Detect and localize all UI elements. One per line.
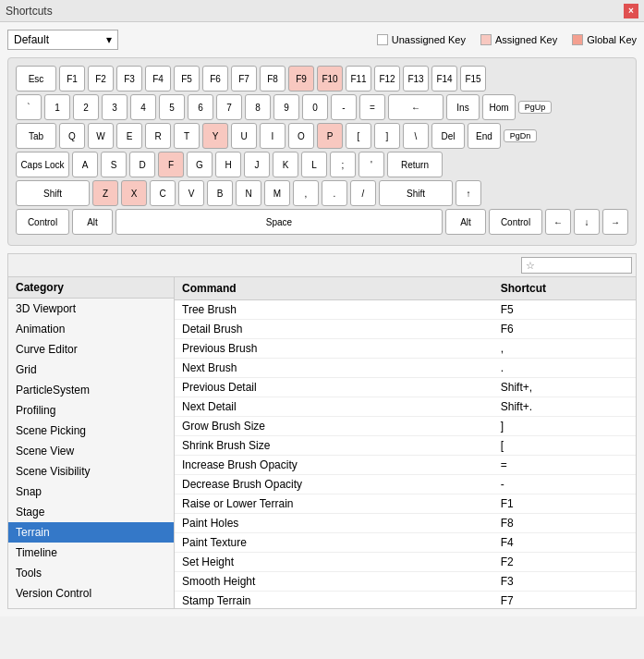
key-ctrl-left[interactable]: Control xyxy=(16,209,69,235)
key-f3[interactable]: F3 xyxy=(116,66,142,92)
key-g[interactable]: G xyxy=(187,152,213,177)
key-f12[interactable]: F12 xyxy=(374,66,400,92)
key-alt-left[interactable]: Alt xyxy=(72,209,113,235)
sidebar-item-timeline[interactable]: Timeline xyxy=(8,543,174,563)
key-semicolon[interactable]: ; xyxy=(330,152,356,177)
key-backtick[interactable]: ` xyxy=(16,94,42,120)
sidebar-item-stage[interactable]: Stage xyxy=(8,502,174,522)
key-e[interactable]: E xyxy=(116,123,142,149)
key-f7[interactable]: F7 xyxy=(231,66,257,92)
key-b[interactable]: B xyxy=(207,180,233,206)
sidebar-item-curve-editor[interactable]: Curve Editor xyxy=(8,339,174,360)
key-v[interactable]: V xyxy=(178,180,204,206)
key-f5[interactable]: F5 xyxy=(174,66,200,92)
key-f10[interactable]: F10 xyxy=(317,66,343,92)
sidebar-item-animation[interactable]: Animation xyxy=(8,319,174,339)
key-w[interactable]: W xyxy=(88,123,114,149)
key-s[interactable]: S xyxy=(101,152,127,177)
key-equals[interactable]: = xyxy=(359,94,385,120)
key-ctrl-right[interactable]: Control xyxy=(489,209,542,235)
key-backslash[interactable]: \ xyxy=(403,123,429,149)
key-j[interactable]: J xyxy=(244,152,270,177)
close-button[interactable]: × xyxy=(624,4,638,18)
key-r[interactable]: R xyxy=(145,123,171,149)
key-y[interactable]: Y xyxy=(202,123,228,149)
key-period[interactable]: . xyxy=(322,180,347,206)
key-quote[interactable]: ' xyxy=(358,152,384,177)
search-input[interactable] xyxy=(521,257,632,274)
key-minus[interactable]: - xyxy=(331,94,357,120)
key-8[interactable]: 8 xyxy=(245,94,271,120)
key-home[interactable]: Hom xyxy=(482,94,516,120)
key-t[interactable]: T xyxy=(174,123,200,149)
key-f15[interactable]: F15 xyxy=(460,66,486,92)
key-down[interactable]: ↓ xyxy=(574,209,600,235)
key-f2[interactable]: F2 xyxy=(88,66,114,92)
key-h[interactable]: H xyxy=(215,152,241,177)
key-f[interactable]: F xyxy=(158,152,184,177)
key-u[interactable]: U xyxy=(231,123,257,149)
key-del[interactable]: Del xyxy=(431,123,465,149)
key-pgdn[interactable]: PgDn xyxy=(504,129,537,142)
key-x[interactable]: X xyxy=(121,180,147,206)
key-backspace[interactable]: ← xyxy=(388,94,444,120)
key-a[interactable]: A xyxy=(72,152,98,177)
key-f4[interactable]: F4 xyxy=(145,66,171,92)
key-7[interactable]: 7 xyxy=(216,94,242,120)
key-k[interactable]: K xyxy=(273,152,298,177)
key-o[interactable]: O xyxy=(288,123,314,149)
key-6[interactable]: 6 xyxy=(188,94,213,120)
key-l[interactable]: L xyxy=(301,152,327,177)
sidebar-item-grid[interactable]: Grid xyxy=(8,360,174,380)
key-rbracket[interactable]: ] xyxy=(374,123,400,149)
key-0[interactable]: 0 xyxy=(302,94,328,120)
sidebar-item-snap[interactable]: Snap xyxy=(8,482,174,502)
key-i[interactable]: I xyxy=(260,123,286,149)
sidebar-item-scene-visibility[interactable]: Scene Visibility xyxy=(8,461,174,482)
key-d[interactable]: D xyxy=(129,152,155,177)
key-z[interactable]: Z xyxy=(92,180,118,206)
key-pgup[interactable]: PgUp xyxy=(518,101,552,114)
sidebar-item-profiling[interactable]: Profiling xyxy=(8,400,174,421)
key-up[interactable]: ↑ xyxy=(456,180,481,206)
key-left[interactable]: ← xyxy=(545,209,571,235)
key-return[interactable]: Return xyxy=(387,152,443,177)
sidebar-item-particlesystem[interactable]: ParticleSystem xyxy=(8,380,174,400)
key-comma[interactable]: , xyxy=(293,180,319,206)
key-f13[interactable]: F13 xyxy=(403,66,429,92)
key-shift-right[interactable]: Shift xyxy=(379,180,453,206)
key-f8[interactable]: F8 xyxy=(260,66,286,92)
sidebar-item-version-control[interactable]: Version Control xyxy=(8,583,174,604)
key-9[interactable]: 9 xyxy=(273,94,299,120)
sidebar-item-3d-viewport[interactable]: 3D Viewport xyxy=(8,299,174,319)
key-n[interactable]: N xyxy=(236,180,261,206)
key-capslock[interactable]: Caps Lock xyxy=(16,152,69,177)
key-end[interactable]: End xyxy=(468,123,501,149)
key-shift-left[interactable]: Shift xyxy=(16,180,90,206)
key-ins[interactable]: Ins xyxy=(446,94,480,120)
sidebar-item-scene-view[interactable]: Scene View xyxy=(8,441,174,461)
key-alt-right[interactable]: Alt xyxy=(445,209,486,235)
sidebar-item-terrain[interactable]: Terrain xyxy=(8,522,174,543)
default-dropdown[interactable]: Default ▾ xyxy=(7,30,118,50)
key-p[interactable]: P xyxy=(317,123,343,149)
key-m[interactable]: M xyxy=(264,180,290,206)
key-right[interactable]: → xyxy=(602,209,628,235)
key-tab[interactable]: Tab xyxy=(16,123,56,149)
key-space[interactable]: Space xyxy=(115,209,443,235)
key-4[interactable]: 4 xyxy=(130,94,156,120)
key-2[interactable]: 2 xyxy=(73,94,99,120)
sidebar-item-tools[interactable]: Tools xyxy=(8,563,174,583)
key-esc[interactable]: Esc xyxy=(16,66,56,92)
key-f14[interactable]: F14 xyxy=(431,66,457,92)
key-f6[interactable]: F6 xyxy=(202,66,228,92)
key-f1[interactable]: F1 xyxy=(59,66,85,92)
key-lbracket[interactable]: [ xyxy=(346,123,371,149)
key-5[interactable]: 5 xyxy=(159,94,185,120)
key-c[interactable]: C xyxy=(150,180,176,206)
key-f11[interactable]: F11 xyxy=(346,66,371,92)
key-q[interactable]: Q xyxy=(59,123,85,149)
sidebar-item-scene-picking[interactable]: Scene Picking xyxy=(8,421,174,441)
key-3[interactable]: 3 xyxy=(102,94,128,120)
key-slash[interactable]: / xyxy=(350,180,376,206)
